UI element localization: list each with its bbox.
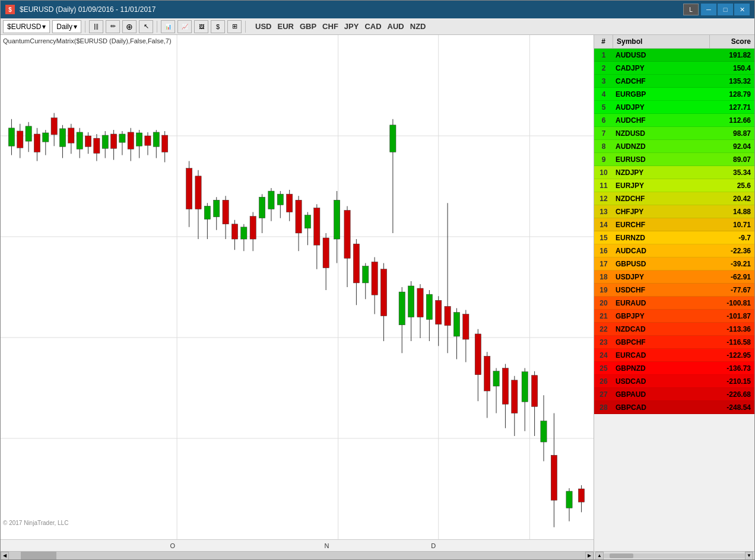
sidebar-row[interactable]: 2CADJPY150.4 — [594, 62, 754, 75]
row-num: 16 — [594, 247, 613, 255]
tool-1[interactable]: 📊 — [161, 20, 175, 33]
separator-3 — [245, 21, 246, 33]
row-score: -113.36 — [710, 325, 754, 333]
sidebar-row[interactable]: 1AUDUSD191.82 — [594, 49, 754, 62]
currency-usd[interactable]: USD — [254, 22, 272, 31]
row-symbol: USDCAD — [613, 377, 710, 386]
row-symbol: AUDNZD — [613, 142, 710, 151]
sidebar-scrollbar[interactable]: ▲ ▼ — [594, 551, 754, 559]
scroll-right-btn[interactable]: ▶ — [585, 552, 594, 560]
sidebar-scroll-track[interactable] — [604, 553, 745, 558]
row-score: 112.66 — [710, 116, 754, 125]
row-score: -100.81 — [710, 299, 754, 307]
sidebar-row[interactable]: 19USDCHF-77.67 — [594, 284, 754, 297]
sidebar-row[interactable]: 8AUDNZD92.04 — [594, 140, 754, 153]
chart-scrollbar-horizontal[interactable]: ◀ ▶ — [1, 551, 594, 559]
toolbar: $EURUSD ▾ Daily ▾ ||| ✏ ⊕ ↖ 📊 📈 🖼 $ ⊞ US… — [1, 18, 754, 35]
sidebar-row[interactable]: 23GBPCHF-116.58 — [594, 336, 754, 349]
title-bar: $ $EURUSD (Daily) 01/09/2016 - 11/01/201… — [1, 1, 754, 18]
currency-chf[interactable]: CHF — [321, 22, 340, 31]
sidebar-row[interactable]: 22NZDCAD-113.36 — [594, 323, 754, 336]
scroll-thumb[interactable] — [21, 552, 56, 560]
row-num: 10 — [594, 168, 613, 177]
sidebar-row[interactable]: 6AUDCHF112.66 — [594, 114, 754, 127]
currency-gbp[interactable]: GBP — [299, 22, 318, 31]
row-num: 6 — [594, 116, 613, 125]
sidebar-row[interactable]: 24EURCAD-122.95 — [594, 349, 754, 362]
row-num: 23 — [594, 338, 613, 346]
sidebar-row[interactable]: 7NZDUSD98.87 — [594, 127, 754, 140]
sidebar-row[interactable]: 28GBPCAD-248.54 — [594, 401, 754, 414]
scroll-left-btn[interactable]: ◀ — [1, 552, 9, 560]
sidebar-row[interactable]: 12NZDCHF20.42 — [594, 192, 754, 205]
sidebar-row[interactable]: 13CHFJPY14.88 — [594, 205, 754, 218]
sidebar-row[interactable]: 21GBPJPY-101.87 — [594, 310, 754, 323]
svg-rect-107 — [453, 313, 459, 336]
row-symbol: GBPNZD — [613, 364, 710, 373]
chart-type-button[interactable]: ||| — [89, 20, 103, 33]
row-symbol: EURGBP — [613, 90, 710, 98]
sidebar-rows[interactable]: 1AUDUSD191.822CADJPY150.43CADCHF135.324E… — [594, 49, 754, 551]
scroll-track[interactable] — [9, 552, 585, 560]
row-symbol: AUDUSD — [613, 51, 710, 59]
row-num: 13 — [594, 208, 613, 216]
row-num: 4 — [594, 90, 613, 98]
sidebar-row[interactable]: 3CADCHF135.32 — [594, 75, 754, 88]
sidebar-row[interactable]: 25GBPNZD-136.73 — [594, 362, 754, 375]
sidebar-row[interactable]: 27GBPAUD-226.68 — [594, 388, 754, 401]
sidebar-row[interactable]: 4EURGBP128.79 — [594, 88, 754, 101]
sidebar-row[interactable]: 14EURCHF10.71 — [594, 218, 754, 231]
chart-svg — [1, 35, 594, 539]
svg-rect-92 — [380, 269, 386, 316]
currency-aud[interactable]: AUD — [386, 22, 405, 31]
row-score: 92.04 — [710, 142, 754, 151]
sidebar-row[interactable]: 10NZDJPY35.34 — [594, 166, 754, 179]
tool-4[interactable]: $ — [211, 20, 225, 33]
symbol-dropdown[interactable]: $EURUSD ▾ — [3, 20, 50, 33]
separator-1 — [85, 21, 85, 33]
svg-rect-111 — [475, 334, 481, 375]
row-num: 25 — [594, 364, 613, 373]
currency-jpy[interactable]: JPY — [343, 22, 360, 31]
svg-rect-117 — [502, 368, 508, 405]
currency-eur[interactable]: EUR — [276, 22, 294, 31]
row-symbol: GBPCAD — [613, 403, 710, 412]
l-button[interactable]: L — [683, 4, 699, 15]
row-num: 17 — [594, 260, 613, 268]
row-num: 28 — [594, 403, 613, 412]
svg-rect-129 — [566, 491, 572, 508]
maximize-button[interactable]: □ — [718, 4, 733, 15]
svg-rect-16 — [34, 134, 40, 152]
crosshair-button[interactable]: ⊕ — [122, 20, 137, 33]
sidebar-scroll-up[interactable]: ▲ — [595, 552, 604, 560]
chart-canvas[interactable]: © 2017 NinjaTrader, LLC — [1, 35, 594, 539]
pointer-button[interactable]: ↖ — [139, 20, 153, 33]
svg-rect-88 — [363, 266, 369, 283]
sidebar-row[interactable]: 26USDCAD-210.15 — [594, 375, 754, 388]
currency-cad[interactable]: CAD — [363, 22, 382, 31]
svg-rect-82 — [334, 200, 340, 239]
sidebar-row[interactable]: 15EURNZD-9.7 — [594, 231, 754, 244]
close-button[interactable]: ✕ — [734, 4, 750, 15]
axis-label-d: D — [431, 542, 436, 549]
tool-2[interactable]: 📈 — [177, 20, 192, 33]
sidebar-row[interactable]: 16AUDCAD-22.36 — [594, 244, 754, 257]
row-score: -116.58 — [710, 338, 754, 346]
sidebar-row[interactable]: 9EURUSD89.07 — [594, 153, 754, 166]
minimize-button[interactable]: ─ — [701, 4, 716, 15]
svg-rect-62 — [241, 227, 247, 239]
sidebar-row[interactable]: 17GBPUSD-39.21 — [594, 257, 754, 271]
sidebar-row[interactable]: 18USDJPY-62.91 — [594, 271, 754, 284]
sidebar-row[interactable]: 11EURJPY25.6 — [594, 179, 754, 192]
tool-3[interactable]: 🖼 — [194, 20, 208, 33]
currency-nzd[interactable]: NZD — [409, 22, 427, 31]
draw-button[interactable]: ✏ — [106, 20, 120, 33]
svg-rect-127 — [551, 455, 557, 500]
timeframe-dropdown[interactable]: Daily ▾ — [52, 20, 81, 33]
sidebar-row[interactable]: 5AUDJPY127.71 — [594, 101, 754, 114]
sidebar-row[interactable]: 20EURAUD-100.81 — [594, 297, 754, 310]
tool-5[interactable]: ⊞ — [227, 20, 242, 33]
sidebar-scroll-down[interactable]: ▼ — [745, 552, 753, 560]
sidebar-scroll-thumb[interactable] — [610, 553, 633, 558]
row-score: 128.79 — [710, 90, 754, 98]
